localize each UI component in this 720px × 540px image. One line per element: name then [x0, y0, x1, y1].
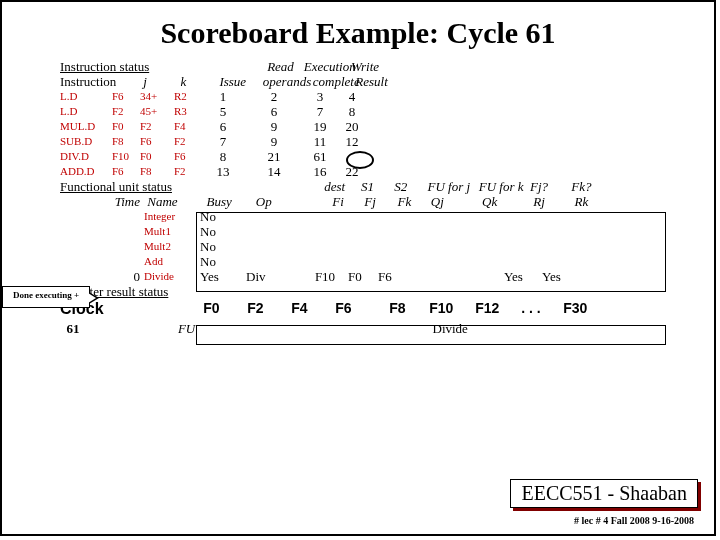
- reg-col: F8: [389, 300, 429, 316]
- hdr-operands: operands: [259, 75, 315, 90]
- hdr-fkq: Fk?: [571, 180, 601, 195]
- instr-op: MUL.D: [60, 120, 112, 133]
- hdr-issue: Issue: [210, 75, 256, 90]
- fu-label: FU: [89, 322, 203, 337]
- instr-write: 20: [330, 120, 374, 135]
- hdr-name: Name: [147, 195, 203, 210]
- hdr-time: Time: [60, 195, 144, 210]
- hdr-result: Result: [350, 75, 394, 90]
- instr-issue: 5: [200, 105, 246, 120]
- instr-exec: 61: [292, 150, 348, 165]
- hdr-qj: Qj: [431, 195, 479, 210]
- hdr-fu-status: Functional unit status: [60, 180, 200, 195]
- instr-op: DIV.D: [60, 150, 112, 163]
- hdr-rk: Rk: [575, 195, 605, 210]
- instr-j: F6: [140, 135, 174, 148]
- instr-j: F8: [140, 165, 174, 178]
- instr-op: SUB.D: [60, 135, 112, 148]
- hdr-fi: Fi: [315, 195, 361, 210]
- reg-col: F6: [335, 300, 389, 316]
- instr-row: MUL.DF0F2F4691920: [60, 120, 714, 135]
- instr-op: L.D: [60, 105, 112, 118]
- reg-col: F10: [429, 300, 475, 316]
- fu-status-box: [196, 212, 666, 292]
- instr-issue: 1: [200, 90, 246, 105]
- instr-j: F0: [140, 150, 174, 163]
- slide: Scoreboard Example: Cycle 61 Instruction…: [0, 0, 716, 536]
- instr-dst: F6: [112, 90, 140, 103]
- reg-col: . . .: [521, 300, 563, 316]
- reg-col: F2: [247, 300, 291, 316]
- instr-j: F2: [140, 120, 174, 133]
- hdr-qk: Qk: [482, 195, 530, 210]
- reg-result-box: [196, 325, 666, 345]
- instr-write: 4: [330, 90, 374, 105]
- done-executing-callout: Done executing +: [2, 286, 90, 308]
- hdr-fuk: FU for k: [479, 180, 527, 195]
- clock-cycle: 61: [60, 322, 86, 337]
- fu-name: Add: [144, 255, 200, 268]
- instr-issue: 13: [200, 165, 246, 180]
- instr-k: R3: [174, 105, 200, 118]
- instr-issue: 6: [200, 120, 246, 135]
- instr-dst: F2: [112, 105, 140, 118]
- fu-name: Integer: [144, 210, 200, 223]
- instr-dst: F10: [112, 150, 140, 163]
- instr-op: L.D: [60, 90, 112, 103]
- hdr-instr-status: Instruction status: [60, 60, 200, 75]
- hdr-fk: Fk: [398, 195, 428, 210]
- instr-row: DIV.DF10F0F682161: [60, 150, 714, 165]
- fu-name: Mult1: [144, 225, 200, 238]
- hdr-fj: Fj: [364, 195, 394, 210]
- instr-issue: 8: [200, 150, 246, 165]
- reg-col: F30: [563, 300, 603, 316]
- hdr-s1: S1: [361, 180, 391, 195]
- instr-op: ADD.D: [60, 165, 112, 178]
- instr-j: 45+: [140, 105, 174, 118]
- fu-time: 0: [60, 270, 144, 285]
- content-area: Instruction status Read Execution Write …: [60, 60, 714, 340]
- instr-write: 12: [330, 135, 374, 150]
- reg-col: F0: [203, 300, 247, 316]
- instr-j: 34+: [140, 90, 174, 103]
- instr-dst: F0: [112, 120, 140, 133]
- hdr-j: j: [143, 75, 177, 90]
- hdr-dest: dest: [312, 180, 358, 195]
- fu-name: Mult2: [144, 240, 200, 253]
- fu-name: Divide: [144, 270, 200, 283]
- hdr-fjq: Fj?: [530, 180, 568, 195]
- highlight-circle: [346, 151, 374, 169]
- reg-col: F4: [291, 300, 335, 316]
- instr-row: ADD.DF6F8F213141622: [60, 165, 714, 180]
- hdr-op: Op: [256, 195, 312, 210]
- hdr-s2: S2: [394, 180, 424, 195]
- instr-k: F4: [174, 120, 200, 133]
- hdr-k: k: [181, 75, 207, 90]
- footer-subtitle: # lec # 4 Fall 2008 9-16-2008: [574, 515, 694, 526]
- instr-k: F6: [174, 150, 200, 163]
- hdr-fuj: FU for j: [428, 180, 476, 195]
- instr-dst: F8: [112, 135, 140, 148]
- hdr-read: Read: [253, 60, 309, 75]
- reg-col: F12: [475, 300, 521, 316]
- instr-row: L.DF634+R21234: [60, 90, 714, 105]
- hdr-write: Write: [343, 60, 387, 75]
- hdr-busy: Busy: [207, 195, 253, 210]
- instr-row: SUB.DF8F6F2791112: [60, 135, 714, 150]
- slide-title: Scoreboard Example: Cycle 61: [2, 16, 714, 50]
- hdr-rj: Rj: [533, 195, 571, 210]
- instr-k: F2: [174, 135, 200, 148]
- instr-row: L.DF245+R35678: [60, 105, 714, 120]
- instr-issue: 7: [200, 135, 246, 150]
- hdr-instruction: Instruction: [60, 75, 140, 90]
- instr-k: R2: [174, 90, 200, 103]
- instr-write: 8: [330, 105, 374, 120]
- instr-k: F2: [174, 165, 200, 178]
- instr-dst: F6: [112, 165, 140, 178]
- footer-title: EECC551 - Shaaban: [510, 479, 698, 508]
